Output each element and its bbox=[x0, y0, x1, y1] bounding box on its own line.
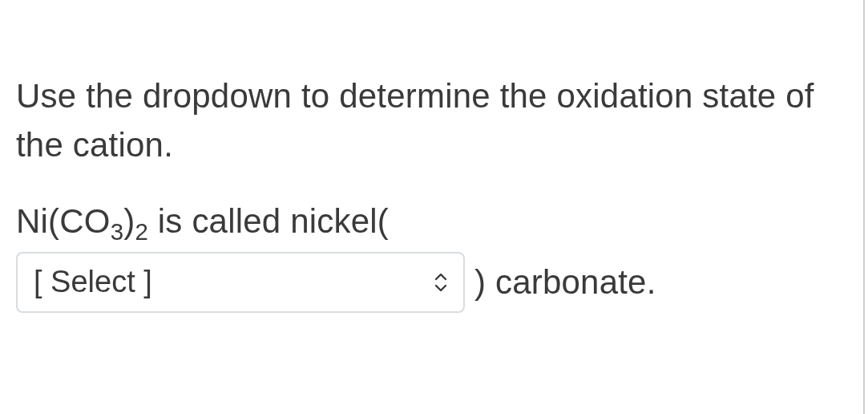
formula-sub2: 2 bbox=[135, 218, 148, 245]
question-container: Use the dropdown to determine the oxidat… bbox=[0, 0, 865, 414]
question-line: Ni(CO3)2 is called nickel( bbox=[16, 202, 847, 241]
formula-part: Ni(CO bbox=[16, 202, 111, 240]
select-placeholder: [ Select ] bbox=[34, 265, 152, 299]
closing-text: ) carbonate. bbox=[474, 263, 656, 302]
chemical-formula: Ni(CO3)2 bbox=[16, 202, 148, 240]
question-tail: is called nickel( bbox=[148, 202, 389, 240]
instruction-text: Use the dropdown to determine the oxidat… bbox=[16, 72, 847, 170]
formula-part: ) bbox=[123, 202, 135, 240]
answer-row: [ Select ] ) carbonate. bbox=[16, 252, 847, 313]
chevron-up-down-icon bbox=[433, 272, 449, 293]
formula-sub1: 3 bbox=[111, 218, 124, 245]
oxidation-state-select[interactable]: [ Select ] bbox=[16, 252, 465, 313]
